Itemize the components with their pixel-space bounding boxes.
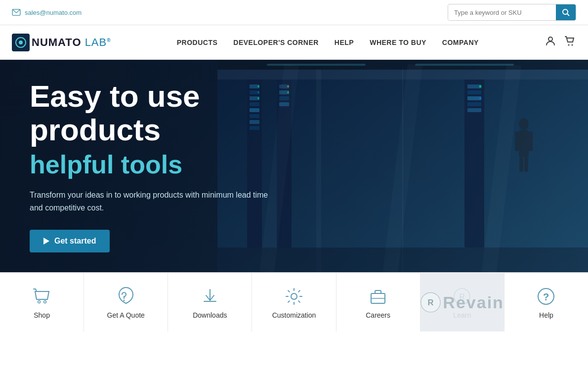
bottom-item-downloads[interactable]: Downloads	[168, 273, 252, 331]
shop-icon	[31, 286, 53, 307]
svg-point-5	[19, 41, 23, 44]
get-started-label: Get started	[54, 237, 96, 246]
svg-rect-51	[267, 64, 366, 66]
bottom-item-customization[interactable]: Customization	[252, 273, 336, 331]
svg-point-7	[568, 44, 570, 46]
email-icon	[12, 9, 21, 16]
svg-text:?: ?	[543, 291, 549, 302]
svg-point-1	[563, 9, 568, 14]
svg-rect-42	[515, 131, 519, 151]
bottom-item-help[interactable]: ? Help	[504, 273, 588, 331]
svg-point-8	[572, 44, 573, 46]
nav-item-products[interactable]: PRODUCTS	[177, 38, 218, 47]
nav-link-help[interactable]: HELP	[335, 39, 354, 46]
bottom-item-get-a-quote[interactable]: Get A Quote	[84, 273, 168, 331]
hero-content: Easy to use products helpful tools Trans…	[0, 80, 346, 253]
search-input[interactable]	[448, 5, 556, 20]
nav-link-where-to-buy[interactable]: WHERE TO BUY	[370, 39, 426, 46]
svg-line-2	[567, 14, 569, 16]
downloads-icon	[199, 286, 221, 307]
bottom-item-learn[interactable]: R Learn R Revain	[420, 273, 504, 331]
customization-label: Customization	[272, 311, 316, 319]
bottom-item-careers[interactable]: Careers	[336, 273, 420, 331]
email-section: sales@numato.com	[12, 9, 82, 16]
careers-label: Careers	[366, 311, 390, 319]
svg-rect-41	[519, 130, 529, 157]
svg-point-39	[479, 97, 482, 100]
nav-item-developers-corner[interactable]: DEVELOPER'S CORNER	[233, 38, 319, 47]
hero-description: Transform your ideas in to working produ…	[30, 189, 277, 214]
nav-link-products[interactable]: PRODUCTS	[177, 39, 218, 46]
hero-section: Easy to use products helpful tools Trans…	[0, 60, 588, 272]
shop-label: Shop	[34, 311, 50, 319]
cart-button[interactable]	[564, 35, 576, 49]
svg-point-55	[123, 300, 125, 301]
customization-icon	[283, 286, 305, 307]
svg-rect-45	[524, 157, 528, 172]
svg-point-40	[519, 118, 529, 130]
svg-rect-37	[467, 108, 481, 112]
quote-label: Get A Quote	[107, 311, 145, 319]
revain-text: Revain	[443, 293, 504, 312]
search-bar	[448, 4, 576, 21]
svg-point-54	[43, 301, 46, 303]
play-icon	[43, 238, 49, 245]
hero-title-sub: helpful tools	[30, 151, 316, 179]
nav-link-developers-corner[interactable]: DEVELOPER'S CORNER	[233, 39, 319, 46]
hero-title-main: Easy to use products	[30, 80, 316, 147]
svg-rect-44	[519, 157, 523, 172]
bottom-icons-row: Shop Get A Quote Downloads Customization	[0, 272, 588, 331]
nav-item-where-to-buy[interactable]: WHERE TO BUY	[370, 38, 426, 47]
bottom-item-shop[interactable]: Shop	[0, 273, 84, 331]
nav-item-company[interactable]: COMPANY	[442, 38, 479, 47]
get-started-button[interactable]: Get started	[30, 230, 110, 252]
svg-point-6	[548, 37, 552, 41]
nav-links: PRODUCTS DEVELOPER'S CORNER HELP WHERE T…	[177, 38, 479, 47]
top-bar: sales@numato.com	[0, 0, 588, 25]
svg-point-38	[479, 85, 482, 88]
logo-icon	[12, 34, 30, 51]
nav-link-company[interactable]: COMPANY	[442, 39, 479, 46]
quote-icon	[115, 286, 137, 307]
revain-overlay: R Revain	[420, 273, 504, 331]
nav-bar: NUMATO LAB® PRODUCTS DEVELOPER'S CORNER …	[0, 25, 588, 60]
logo-name-text: NUMATO LAB®	[32, 36, 111, 49]
downloads-label: Downloads	[193, 311, 227, 319]
svg-point-53	[38, 301, 40, 303]
cart-icon	[564, 35, 576, 47]
svg-rect-34	[467, 90, 481, 94]
svg-text:R: R	[427, 298, 433, 307]
help-label: Help	[539, 311, 553, 319]
svg-point-56	[291, 293, 297, 299]
help-icon: ?	[535, 286, 557, 307]
careers-icon	[367, 286, 389, 307]
search-button[interactable]	[556, 4, 576, 20]
svg-rect-52	[415, 64, 514, 66]
email-address: sales@numato.com	[25, 9, 82, 16]
svg-rect-43	[529, 131, 533, 151]
revain-logo-icon: R	[420, 289, 441, 316]
nav-icons	[545, 35, 576, 49]
account-button[interactable]	[545, 35, 556, 49]
svg-rect-36	[467, 102, 481, 106]
account-icon	[545, 35, 556, 47]
logo[interactable]: NUMATO LAB®	[12, 34, 111, 51]
search-icon	[562, 8, 570, 16]
nav-item-help[interactable]: HELP	[335, 38, 354, 47]
